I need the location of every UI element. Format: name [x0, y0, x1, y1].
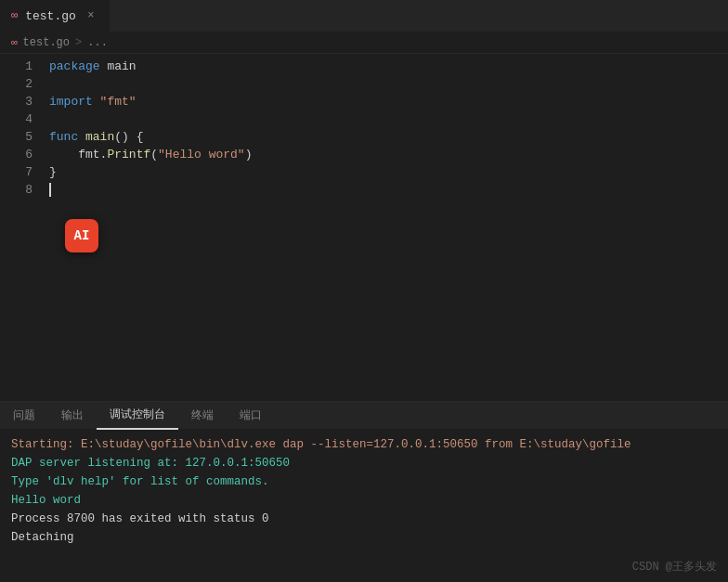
code-line: }: [49, 163, 728, 181]
panel-content: Starting: E:\studay\gofile\bin\dlv.exe d…: [0, 430, 728, 582]
output-line: Detaching: [11, 528, 717, 547]
breadcrumb-separator: >: [75, 36, 82, 49]
breadcrumb-context: ...: [87, 36, 108, 49]
file-icon: ∞: [11, 9, 18, 22]
breadcrumb: ∞ test.go > ...: [0, 32, 728, 54]
breadcrumb-file-icon: ∞: [11, 37, 18, 48]
panel-tab-终端[interactable]: 终端: [178, 402, 227, 430]
watermark: CSDN @王多头发: [632, 559, 717, 575]
code-line: func main() {: [49, 128, 728, 146]
ai-button[interactable]: AI: [65, 219, 98, 252]
line-number: 4: [0, 110, 32, 128]
line-number: 2: [0, 75, 32, 93]
line-number: 1: [0, 58, 32, 75]
line-number: 3: [0, 93, 32, 110]
line-numbers: 12345678: [0, 54, 42, 401]
line-number: 6: [0, 146, 32, 163]
panel-tab-调试控制台[interactable]: 调试控制台: [97, 402, 178, 430]
panel-tab-输出[interactable]: 输出: [48, 402, 97, 430]
code-line: [49, 75, 728, 93]
breadcrumb-filename[interactable]: test.go: [23, 36, 70, 49]
code-line: package main: [49, 58, 728, 75]
output-line: DAP server listening at: 127.0.0.1:50650: [11, 454, 717, 472]
tab-bar: ∞ test.go ×: [0, 0, 728, 32]
code-line: [49, 110, 728, 128]
code-line: fmt.Printf("Hello word"): [49, 146, 728, 163]
code-line: import "fmt": [49, 93, 728, 110]
panel-tab-bar: 问题输出调试控制台终端端口: [0, 402, 728, 430]
output-line: Process 8700 has exited with status 0: [11, 510, 717, 528]
panel-tab-端口[interactable]: 端口: [227, 402, 275, 430]
editor-area: 12345678 package main import "fmt" func …: [0, 54, 728, 401]
code-line: [49, 181, 728, 199]
tab-test-go[interactable]: ∞ test.go ×: [0, 0, 110, 32]
output-line: Type 'dlv help' for list of commands.: [11, 472, 717, 491]
line-number: 8: [0, 181, 32, 199]
tab-close-button[interactable]: ×: [84, 8, 98, 23]
tab-label: test.go: [25, 9, 76, 23]
line-number: 5: [0, 128, 32, 146]
line-number: 7: [0, 163, 32, 181]
panel-tab-问题[interactable]: 问题: [0, 402, 48, 430]
code-editor[interactable]: package main import "fmt" func main() { …: [42, 54, 728, 401]
bottom-panel: 问题输出调试控制台终端端口 Starting: E:\studay\gofile…: [0, 401, 728, 582]
output-line: Starting: E:\studay\gofile\bin\dlv.exe d…: [11, 435, 717, 454]
output-line: Hello word: [11, 491, 717, 510]
